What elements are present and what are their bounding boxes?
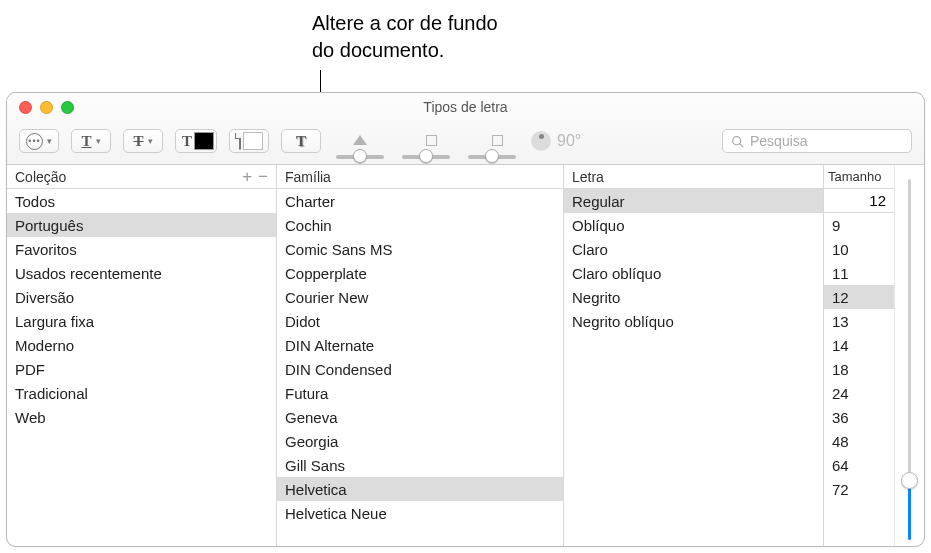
text-color-icon: T [182, 133, 192, 150]
callout-line-2: do documento. [312, 37, 498, 64]
search-placeholder: Pesquisa [750, 133, 808, 149]
list-item[interactable]: Helvetica [277, 477, 563, 501]
typeface-list[interactable]: RegularOblíquoClaroClaro oblíquoNegritoN… [564, 189, 823, 546]
list-item[interactable]: 24 [824, 381, 894, 405]
actions-menu-button[interactable]: ••• ▾ [19, 129, 59, 153]
search-field[interactable]: Pesquisa [722, 129, 912, 153]
list-item[interactable]: 9 [824, 213, 894, 237]
list-item[interactable]: Português [7, 213, 276, 237]
list-item[interactable]: Cochin [277, 213, 563, 237]
list-item[interactable]: Todos [7, 189, 276, 213]
list-item[interactable]: 11 [824, 261, 894, 285]
list-item[interactable]: Didot [277, 309, 563, 333]
ellipsis-circle-icon: ••• [26, 133, 43, 150]
slider-thumb[interactable] [419, 149, 433, 163]
list-item[interactable]: Georgia [277, 429, 563, 453]
list-item[interactable]: Negrito oblíquo [564, 309, 823, 333]
chevron-down-icon: ▾ [47, 136, 52, 146]
list-item[interactable]: Tradicional [7, 381, 276, 405]
window-title: Tipos de letra [423, 99, 507, 115]
angle-dial-icon[interactable] [531, 131, 551, 151]
size-slider-thumb[interactable] [901, 472, 918, 489]
strikethrough-button[interactable]: T ▾ [123, 129, 163, 153]
close-button[interactable] [19, 101, 32, 114]
text-shadow-button[interactable]: T [281, 129, 321, 153]
list-item[interactable]: 10 [824, 237, 894, 261]
list-item[interactable]: Claro [564, 237, 823, 261]
strikethrough-icon: T [133, 133, 143, 150]
callout-line-1: Altere a cor de fundo [312, 10, 498, 37]
list-item[interactable]: Geneva [277, 405, 563, 429]
list-item[interactable]: DIN Alternate [277, 333, 563, 357]
size-input[interactable] [824, 192, 894, 209]
list-item[interactable]: 72 [824, 477, 894, 501]
list-item[interactable]: Moderno [7, 333, 276, 357]
svg-line-1 [740, 143, 743, 146]
toolbar: ••• ▾ T ▾ T ▾ T [19, 123, 912, 159]
list-item[interactable]: Diversão [7, 285, 276, 309]
shadow-icon: T [296, 133, 306, 150]
callout-text: Altere a cor de fundo do documento. [312, 10, 498, 64]
list-item[interactable]: Usados recentemente [7, 261, 276, 285]
list-item[interactable]: Largura fixa [7, 309, 276, 333]
list-item[interactable]: 36 [824, 405, 894, 429]
list-item[interactable]: Regular [564, 189, 823, 213]
collection-list[interactable]: TodosPortuguêsFavoritosUsados recentemen… [7, 189, 276, 546]
list-item[interactable]: DIN Condensed [277, 357, 563, 381]
list-item[interactable]: Oblíquo [564, 213, 823, 237]
underline-icon: T [81, 133, 91, 150]
slider-thumb[interactable] [485, 149, 499, 163]
list-item[interactable]: 14 [824, 333, 894, 357]
remove-collection-button[interactable]: − [258, 167, 268, 187]
list-item[interactable]: Charter [277, 189, 563, 213]
shadow-offset-slider[interactable] [465, 123, 519, 159]
list-item[interactable]: Favoritos [7, 237, 276, 261]
zoom-button[interactable] [61, 101, 74, 114]
list-item[interactable]: Helvetica Neue [277, 501, 563, 525]
family-header: Família [277, 165, 563, 189]
family-header-label: Família [285, 169, 331, 185]
list-item[interactable]: Courier New [277, 285, 563, 309]
chevron-down-icon: ▾ [148, 136, 153, 146]
collection-header-label: Coleção [15, 169, 66, 185]
triangle-marker-icon [353, 135, 367, 145]
size-input-wrap [824, 189, 894, 213]
size-list[interactable]: 91011121314182436486472 [824, 213, 894, 546]
slider-thumb[interactable] [353, 149, 367, 163]
underline-button[interactable]: T ▾ [71, 129, 111, 153]
size-column: Tamanho 91011121314182436486472 [824, 165, 924, 546]
document-color-button[interactable] [229, 129, 269, 153]
list-item[interactable]: Negrito [564, 285, 823, 309]
add-collection-button[interactable]: + [242, 167, 252, 187]
list-item[interactable]: Copperplate [277, 261, 563, 285]
list-item[interactable]: Gill Sans [277, 453, 563, 477]
list-item[interactable]: 48 [824, 429, 894, 453]
minimize-button[interactable] [40, 101, 53, 114]
size-slider-fill [908, 486, 911, 540]
list-item[interactable]: 18 [824, 357, 894, 381]
angle-text: 90° [557, 132, 581, 150]
document-icon [239, 134, 241, 149]
list-item[interactable]: 64 [824, 453, 894, 477]
list-item[interactable]: Claro oblíquo [564, 261, 823, 285]
list-item[interactable]: 12 [824, 285, 894, 309]
list-item[interactable]: PDF [7, 357, 276, 381]
size-header-label: Tamanho [828, 169, 881, 184]
text-color-swatch [194, 132, 214, 150]
shadow-angle-control[interactable]: 90° [531, 131, 581, 151]
list-item[interactable]: Comic Sans MS [277, 237, 563, 261]
shadow-opacity-slider[interactable] [333, 123, 387, 159]
list-item[interactable]: Futura [277, 381, 563, 405]
family-list[interactable]: CharterCochinComic Sans MSCopperplateCou… [277, 189, 563, 546]
family-column: Família CharterCochinComic Sans MSCopper… [277, 165, 564, 546]
size-slider-track [908, 179, 911, 540]
list-item[interactable]: Web [7, 405, 276, 429]
list-item[interactable]: 13 [824, 309, 894, 333]
content-area: Coleção + − TodosPortuguêsFavoritosUsado… [7, 165, 924, 546]
collection-column: Coleção + − TodosPortuguêsFavoritosUsado… [7, 165, 277, 546]
size-slider[interactable] [894, 165, 924, 546]
text-color-button[interactable]: T [175, 129, 217, 153]
fonts-window: Tipos de letra ••• ▾ T ▾ T ▾ T [6, 92, 925, 547]
shadow-blur-slider[interactable] [399, 123, 453, 159]
document-color-swatch [243, 132, 263, 150]
